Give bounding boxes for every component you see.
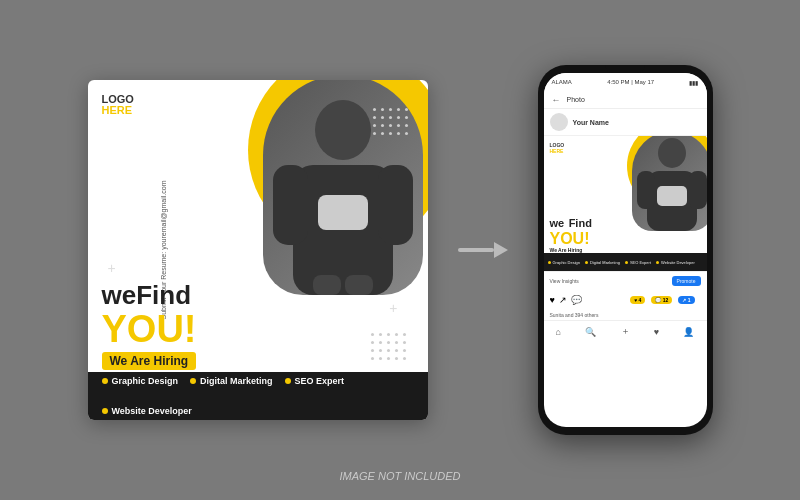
skill-label: Graphic Design [112,376,179,386]
comment-count: 💬 12 [655,297,668,303]
search-icon[interactable]: 🔍 [585,327,596,337]
phone-status-bar: ALAMA 4:50 PM | May 17 ▮▮▮ [544,73,707,91]
share-count: ↗ 1 [682,297,690,303]
skill-web-dev: Website Developer [102,406,192,416]
phone-skill-label: Website Developer [661,260,695,265]
dots-decoration-bottom [371,333,408,362]
find-text: Find [136,280,191,310]
svg-rect-2 [273,165,308,245]
logo-here: HERE [102,105,134,116]
skill-dot [190,378,196,384]
comment-stat: 💬 12 [651,296,672,304]
arrow-body [458,248,494,252]
social-stats: ♥ 4 💬 12 ↗ 1 [624,293,700,307]
arrow-container [458,235,508,265]
heart-nav-icon[interactable]: ♥ [654,327,659,337]
phone-text-area: we Find YOU! We Are Hiring [550,213,592,253]
actions-row: View Insights Promote [544,271,707,290]
skill-digital-marketing: Digital Marketing [190,376,273,386]
phone-person-silhouette [632,136,707,231]
skill-dot [102,378,108,384]
svg-rect-9 [637,171,655,209]
reaction-icons: ♥ ↗ 💬 [550,295,582,305]
phone-bottom-nav: ⌂ 🔍 ＋ ♥ 👤 [544,320,707,342]
nav-photo-label: Photo [567,96,585,103]
dots-decoration-top [373,108,410,137]
svg-point-0 [315,100,371,160]
skill-seo: SEO Expert [285,376,345,386]
author-row: Your Name [544,109,707,136]
view-insights-button[interactable]: View Insights [550,278,579,284]
signal: ▮▮▮ [689,79,698,86]
skill-label: Digital Marketing [200,376,273,386]
author-name: Your Name [573,119,609,126]
we-text: we [102,280,137,310]
phone-outer: ALAMA 4:50 PM | May 17 ▮▮▮ ← Photo Your … [538,65,713,435]
promote-button[interactable]: Promote [672,276,701,286]
phone-skill-label: Digital Marketing [590,260,620,265]
add-icon[interactable]: ＋ [621,325,630,338]
text-area: weFind YOU! We Are Hiring [102,281,197,370]
phone-hiring: We Are Hiring [550,247,592,253]
back-arrow-icon[interactable]: ← [552,95,561,105]
phone-we: we [550,217,565,229]
share-stat: ↗ 1 [678,296,694,304]
phone-skills-bar: Graphic Design Digital Marketing SEO Exp… [544,253,707,271]
we-are-hiring: We Are Hiring [102,352,197,370]
phone-notch [605,65,645,73]
reactions-row: ♥ ↗ 💬 ♥ 4 💬 12 ↗ 1 [544,290,707,310]
phone-skill-3: SEO Expert [625,260,651,265]
arrow-shape [458,235,508,265]
svg-rect-10 [689,171,707,209]
skill-dot [102,408,108,414]
phone-screen: ALAMA 4:50 PM | May 17 ▮▮▮ ← Photo Your … [544,73,707,427]
carrier: ALAMA [552,79,572,85]
phone-design-card: LOGOHERE [544,136,707,271]
svg-rect-11 [657,186,687,206]
skills-bar: Graphic Design Digital Marketing SEO Exp… [88,372,428,420]
phone-logo: LOGOHERE [550,142,565,154]
design-card: LOGO HERE + + Submit Your Resume: yourem… [88,80,428,420]
plus-deco-2: + [389,300,397,316]
share-icon[interactable]: ↗ [559,295,567,305]
profile-icon[interactable]: 👤 [683,327,694,337]
avatar [550,113,568,131]
arrow-head [494,242,508,258]
plus-deco-1: + [108,260,116,276]
phone-skill-4: Website Developer [656,260,695,265]
comment-icon[interactable]: 💬 [571,295,582,305]
svg-rect-4 [313,275,341,295]
phone-skill-label: SEO Expert [630,260,651,265]
like-count: ♥ 4 [634,297,641,303]
skill-dot [285,378,291,384]
phone-skill-2: Digital Marketing [585,260,620,265]
skill-label: Website Developer [112,406,192,416]
image-not-included-text: IMAGE NOT INCLUDED [339,470,460,482]
you-text: YOU! [102,310,197,348]
like-stat: ♥ 4 [630,296,645,304]
phone-container: ALAMA 4:50 PM | May 17 ▮▮▮ ← Photo Your … [538,65,713,435]
phone-nav-bar[interactable]: ← Photo [544,91,707,109]
home-icon[interactable]: ⌂ [556,327,561,337]
phone-logo-here: HERE [550,148,564,154]
svg-point-7 [658,138,686,168]
phone-skill-label: Graphic Design [553,260,581,265]
phone-skill-1: Graphic Design [548,260,581,265]
headline-we-find: weFind [102,281,197,310]
heart-icon[interactable]: ♥ [550,295,555,305]
skill-graphic-design: Graphic Design [102,376,179,386]
svg-rect-3 [378,165,413,245]
logo-area: LOGO HERE [102,94,134,116]
svg-rect-5 [345,275,373,295]
time: 4:50 PM | May 17 [607,79,654,85]
phone-find: Find [569,217,592,229]
skill-label: SEO Expert [295,376,345,386]
phone-you: YOU! [550,231,592,247]
svg-rect-6 [318,195,368,230]
bottom-likes-text: Sunita and 394 others [544,310,707,320]
main-container: LOGO HERE + + Submit Your Resume: yourem… [0,0,800,500]
